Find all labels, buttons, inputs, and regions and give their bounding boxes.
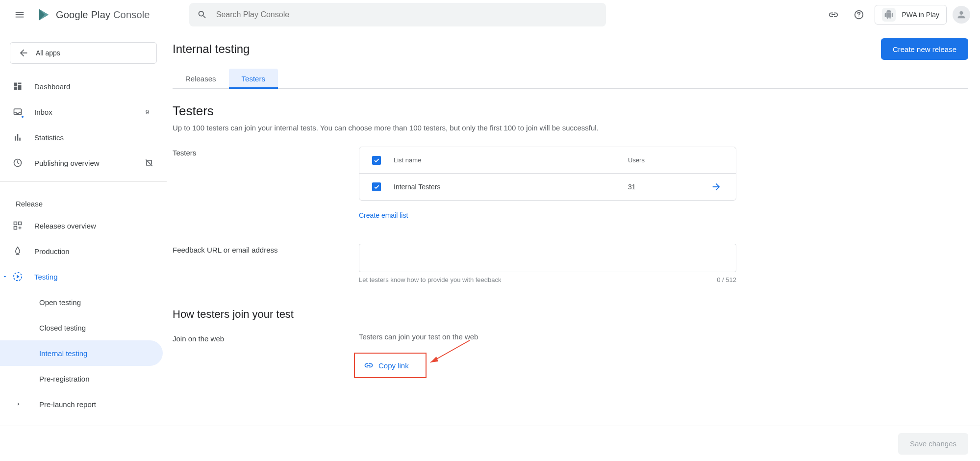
sidebar-item-label: Dashboard <box>34 82 70 91</box>
dashboard-icon <box>12 80 24 92</box>
link-icon <box>828 9 839 20</box>
join-web-label: Join on the web <box>173 333 359 375</box>
sidebar-item-label: Testing <box>34 273 58 281</box>
sidebar-item-label: Statistics <box>34 133 64 142</box>
sidebar-item-testing[interactable]: Testing <box>0 264 167 289</box>
row-checkbox[interactable] <box>372 182 381 191</box>
tabs: Releases Testers <box>173 69 968 89</box>
tab-testers[interactable]: Testers <box>229 69 278 88</box>
sidebar-sub-pre-registration[interactable]: Pre-registration <box>0 366 167 391</box>
feedback-label: Feedback URL or email address <box>173 244 359 283</box>
production-icon <box>12 245 24 257</box>
row-list-name: Internal Testers <box>394 183 618 191</box>
link-button[interactable] <box>824 5 843 25</box>
annotation-arrow-icon <box>426 338 475 367</box>
sidebar-item-label: Inbox <box>34 108 52 116</box>
sidebar-item-label: Pre-launch report <box>39 400 96 409</box>
play-logo-icon <box>37 8 51 22</box>
sidebar-item-label: Releases overview <box>34 222 96 230</box>
hamburger-menu-button[interactable] <box>10 5 29 25</box>
android-icon <box>882 8 896 22</box>
play-console-logo[interactable]: Google Play Console <box>37 8 150 22</box>
create-new-release-button[interactable]: Create new release <box>881 38 968 60</box>
all-apps-label: All apps <box>36 49 60 57</box>
sidebar-item-inbox[interactable]: Inbox 9 <box>0 99 167 125</box>
join-web-desc: Testers can join your test on the web <box>359 333 736 341</box>
search-icon <box>197 9 207 20</box>
search-bar[interactable] <box>189 3 606 26</box>
select-all-checkbox[interactable] <box>372 156 381 165</box>
svg-marker-10 <box>17 275 20 278</box>
sidebar-sub-internal-testing[interactable]: Internal testing <box>0 340 163 366</box>
sidebar-sub-closed-testing[interactable]: Closed testing <box>0 315 167 340</box>
releases-overview-icon <box>12 220 24 231</box>
copy-link-label: Copy link <box>378 361 409 370</box>
menu-icon <box>14 9 25 20</box>
feedback-counter: 0 / 512 <box>717 276 736 283</box>
sidebar: All apps Dashboard Inbox 9 Statistics Pu… <box>0 29 167 461</box>
save-changes-button[interactable]: Save changes <box>898 433 968 455</box>
testing-icon <box>12 271 24 282</box>
link-icon <box>364 360 374 370</box>
sidebar-item-label: Publishing overview <box>34 159 100 167</box>
chevron-down-icon <box>2 274 8 280</box>
sidebar-item-label: Production <box>34 247 70 256</box>
sidebar-item-production[interactable]: Production <box>0 238 167 264</box>
all-apps-button[interactable]: All apps <box>10 42 157 64</box>
inbox-badge: 9 <box>146 108 155 116</box>
arrow-right-icon <box>711 181 722 192</box>
check-icon <box>373 157 380 164</box>
col-list-name: List name <box>394 156 618 164</box>
svg-point-3 <box>859 16 859 17</box>
how-heading: How testers join your test <box>173 308 761 321</box>
testers-row-label: Testers <box>173 147 359 219</box>
testers-heading: Testers <box>173 103 761 119</box>
play-console-logo-text: Google Play Console <box>56 9 150 21</box>
publishing-icon <box>12 157 24 169</box>
svg-rect-8 <box>14 227 17 230</box>
stats-icon <box>12 131 24 143</box>
user-avatar[interactable] <box>953 6 970 24</box>
app-chip-label: PWA in Play <box>902 11 939 19</box>
arrow-left-icon <box>18 48 29 58</box>
search-input[interactable] <box>215 10 598 20</box>
sidebar-item-publishing-overview[interactable]: Publishing overview <box>0 150 167 176</box>
tab-releases[interactable]: Releases <box>173 69 229 88</box>
copy-link-button[interactable]: Copy link <box>359 356 414 375</box>
feedback-hint: Let testers know how to provide you with… <box>359 276 502 283</box>
managed-publishing-off-icon <box>143 157 155 169</box>
sidebar-section-release: Release <box>0 188 167 213</box>
sidebar-item-statistics[interactable]: Statistics <box>0 125 167 150</box>
feedback-input[interactable] <box>359 244 736 272</box>
col-users: Users <box>628 156 697 164</box>
bottom-bar: Save changes <box>0 426 980 461</box>
svg-rect-6 <box>14 222 17 225</box>
person-icon <box>956 9 967 20</box>
row-users: 31 <box>628 183 697 191</box>
svg-rect-7 <box>19 222 22 225</box>
help-icon <box>854 9 864 20</box>
sidebar-sub-pre-launch-report[interactable]: Pre-launch report <box>0 391 167 417</box>
inbox-icon <box>12 106 24 118</box>
help-button[interactable] <box>849 5 869 25</box>
testers-table: List name Users Internal Tes <box>359 147 736 201</box>
check-icon <box>373 183 380 190</box>
row-open-button[interactable] <box>706 181 726 192</box>
app-selector-chip[interactable]: PWA in Play <box>875 5 947 25</box>
table-row[interactable]: Internal Testers 31 <box>359 174 736 200</box>
svg-marker-12 <box>430 357 438 362</box>
page-title: Internal testing <box>173 42 250 56</box>
chevron-right-icon <box>16 401 22 407</box>
sidebar-sub-open-testing[interactable]: Open testing <box>0 289 167 315</box>
sidebar-item-dashboard[interactable]: Dashboard <box>0 74 167 99</box>
testers-subtitle: Up to 100 testers can join your internal… <box>173 124 761 132</box>
sidebar-item-releases-overview[interactable]: Releases overview <box>0 213 167 238</box>
create-email-list-link[interactable]: Create email list <box>359 211 408 219</box>
